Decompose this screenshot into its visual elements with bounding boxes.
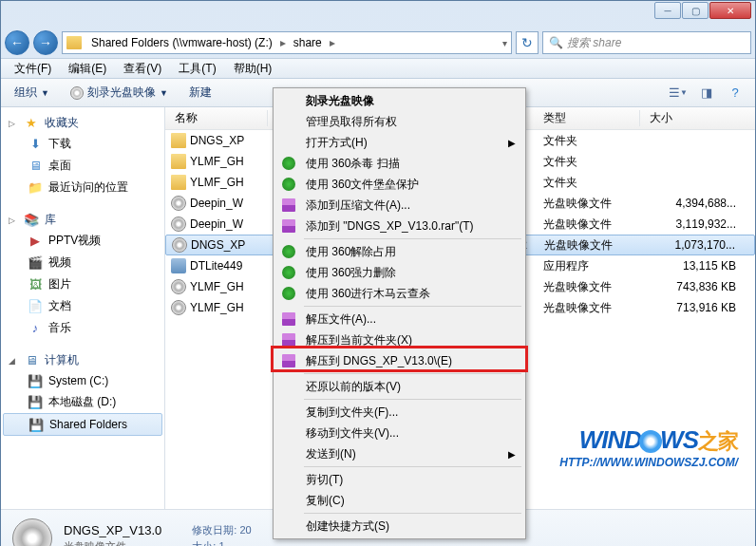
view-mode-button[interactable]: ☰ ▼ xyxy=(666,83,690,104)
sidebar-item-documents[interactable]: 📄文档 xyxy=(1,295,164,317)
address-dropdown-icon[interactable]: ▾ xyxy=(502,38,507,48)
context-menu-item[interactable]: 解压文件(A)... xyxy=(275,309,523,329)
iso-icon xyxy=(171,196,186,211)
network-drive-icon: 💾 xyxy=(28,417,44,432)
sidebar-item-downloads[interactable]: ⬇下载 xyxy=(1,133,164,155)
context-menu-item[interactable]: 使用 360解除占用 xyxy=(275,241,523,262)
sidebar-libraries-header[interactable]: ▷📚库 xyxy=(1,210,164,230)
context-menu-item[interactable]: 复制到文件夹(F)... xyxy=(275,402,523,423)
folder-icon xyxy=(171,154,186,169)
context-menu-item[interactable]: 解压到当前文件夹(X) xyxy=(275,329,523,350)
search-input[interactable]: 🔍 搜索 share xyxy=(542,31,751,54)
context-menu-label: 解压到 DNGS_XP_V13.0\(E) xyxy=(306,353,452,369)
context-menu-item[interactable]: 使用 360强力删除 xyxy=(275,262,523,283)
context-menu-item[interactable]: 剪切(T) xyxy=(275,469,523,490)
details-size-label: 大小: xyxy=(192,540,216,547)
details-icon xyxy=(12,518,52,547)
breadcrumb-seg[interactable]: share xyxy=(290,36,326,49)
iso-icon xyxy=(171,279,186,294)
details-size-value: 1. xyxy=(218,540,227,547)
forward-button[interactable]: → xyxy=(33,30,58,55)
address-bar[interactable]: Shared Folders (\\vmware-host) (Z:) ▸ sh… xyxy=(62,31,512,54)
context-menu-label: 使用 360杀毒 扫描 xyxy=(306,156,400,172)
context-menu-item[interactable]: 移动到文件夹(V)... xyxy=(275,423,523,443)
context-menu-item[interactable]: 使用 360进行木马云查杀 xyxy=(275,283,523,304)
newfolder-button[interactable]: 新建 xyxy=(183,83,217,103)
context-menu-label: 使用 360强力删除 xyxy=(306,265,396,281)
context-menu-item[interactable]: 刻录光盘映像 xyxy=(275,90,523,111)
file-type: 光盘映像文件 xyxy=(534,217,640,233)
sidebar-favorites-header[interactable]: ▷★收藏夹 xyxy=(1,113,164,133)
menu-edit[interactable]: 编辑(E) xyxy=(61,59,114,79)
sidebar-item-recent[interactable]: 📁最近访问的位置 xyxy=(1,177,164,198)
context-menu-item[interactable]: 添加到压缩文件(A)... xyxy=(275,195,523,216)
rar-icon xyxy=(281,353,296,368)
video-icon: ▶ xyxy=(28,234,43,249)
minimize-button[interactable]: ─ xyxy=(654,2,681,19)
organize-button[interactable]: 组织▼ xyxy=(9,83,55,103)
sidebar-computer-header[interactable]: ◢🖥计算机 xyxy=(1,350,164,370)
folder-icon xyxy=(66,36,82,49)
context-menu: 刻录光盘映像管理员取得所有权打开方式(H)▶使用 360杀毒 扫描使用 360文… xyxy=(273,87,526,539)
help-button[interactable]: ? xyxy=(723,83,747,104)
context-separator xyxy=(304,466,521,467)
column-name[interactable]: 名称 xyxy=(165,110,268,126)
submenu-arrow-icon: ▶ xyxy=(508,138,516,148)
context-menu-item[interactable]: 使用 360文件堡垒保护 xyxy=(275,174,523,195)
context-menu-label: 使用 360解除占用 xyxy=(306,244,396,260)
context-separator xyxy=(304,238,521,239)
context-menu-item[interactable]: 还原以前的版本(V) xyxy=(275,376,523,397)
sidebar-item-drive-c[interactable]: 💾System (C:) xyxy=(1,370,164,391)
breadcrumb-seg[interactable]: Shared Folders (\\vmware-host) (Z:) xyxy=(87,36,276,49)
menu-help[interactable]: 帮助(H) xyxy=(226,59,280,79)
search-icon: 🔍 xyxy=(549,36,563,49)
sidebar-item-pictures[interactable]: 🖼图片 xyxy=(1,273,164,295)
disc-icon xyxy=(70,86,84,100)
sidebar-item-music[interactable]: ♪音乐 xyxy=(1,317,164,339)
menu-tools[interactable]: 工具(T) xyxy=(171,59,223,79)
video-icon: 🎬 xyxy=(28,255,43,271)
chevron-right-icon[interactable]: ▸ xyxy=(276,36,290,49)
menu-file[interactable]: 文件(F) xyxy=(7,59,59,79)
context-menu-label: 发送到(N) xyxy=(306,446,356,462)
submenu-arrow-icon: ▶ xyxy=(508,449,516,460)
sidebar-item-videos[interactable]: 🎬视频 xyxy=(1,252,164,273)
menu-view[interactable]: 查看(V) xyxy=(116,59,169,79)
file-size: 713,916 KB xyxy=(640,301,755,314)
burn-button[interactable]: 刻录光盘映像▼ xyxy=(65,83,174,103)
exe-icon xyxy=(171,258,186,273)
sidebar-item-desktop[interactable]: 🖥桌面 xyxy=(1,155,164,177)
context-menu-label: 复制到文件夹(F)... xyxy=(306,405,398,421)
close-button[interactable]: ✕ xyxy=(709,2,751,19)
library-icon: 📚 xyxy=(24,213,39,228)
file-size: 3,119,932... xyxy=(640,217,755,231)
details-mod-label: 修改日期: xyxy=(192,524,236,536)
360-icon xyxy=(281,244,296,259)
maximize-button[interactable]: ▢ xyxy=(682,2,709,19)
preview-pane-button[interactable]: ◨ xyxy=(694,83,719,104)
file-size: 743,836 KB xyxy=(640,280,755,293)
context-menu-item[interactable]: 解压到 DNGS_XP_V13.0\(E) xyxy=(275,350,523,371)
context-menu-item[interactable]: 复制(C) xyxy=(275,490,523,511)
back-button[interactable]: ← xyxy=(5,30,29,55)
context-menu-item[interactable]: 打开方式(H)▶ xyxy=(275,132,523,153)
context-menu-item[interactable]: 发送到(N)▶ xyxy=(275,443,523,464)
context-menu-item[interactable]: 添加到 "DNGS_XP_V13.0.rar"(T) xyxy=(275,216,523,236)
context-menu-item[interactable]: 创建快捷方式(S) xyxy=(275,516,523,537)
computer-icon: 🖥 xyxy=(24,353,39,368)
sidebar-item-pptv[interactable]: ▶PPTV视频 xyxy=(1,230,164,252)
sidebar-item-drive-d[interactable]: 💾本地磁盘 (D:) xyxy=(1,391,164,413)
file-name: YLMF_GH xyxy=(190,301,244,314)
chevron-right-icon[interactable]: ▸ xyxy=(326,36,339,49)
context-menu-item[interactable]: 使用 360杀毒 扫描 xyxy=(275,153,523,174)
360-icon xyxy=(281,156,296,171)
context-menu-item[interactable]: 管理员取得所有权 xyxy=(275,111,523,132)
column-size[interactable]: 大小 xyxy=(640,110,755,126)
context-menu-label: 刻录光盘映像 xyxy=(306,93,374,109)
refresh-button[interactable]: ↻ xyxy=(516,31,539,54)
column-type[interactable]: 类型 xyxy=(534,110,640,126)
sidebar-item-shared-folders[interactable]: 💾Shared Folders xyxy=(3,413,162,436)
file-type: 文件夹 xyxy=(534,175,640,191)
360-icon xyxy=(281,286,296,301)
file-name: DNGS_XP xyxy=(190,134,244,147)
